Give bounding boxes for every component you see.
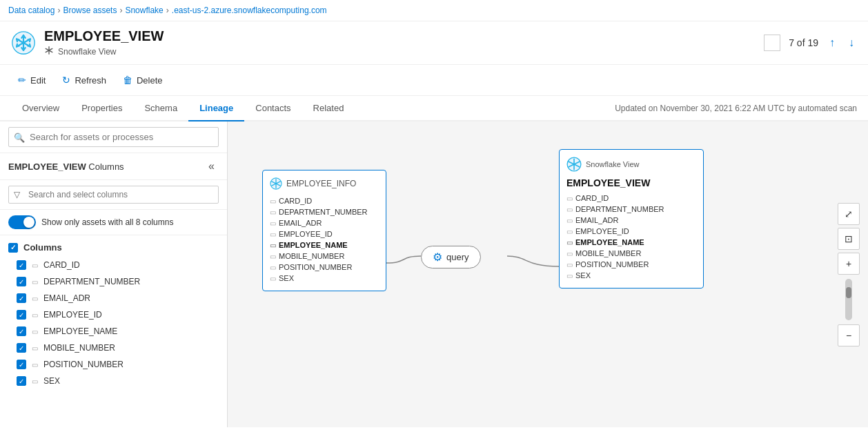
collapse-panel-button[interactable]: «: [204, 159, 219, 174]
field-icon: ▭: [566, 261, 573, 268]
field-icon: ▭: [270, 197, 276, 205]
col-checkbox-0[interactable]: ✓: [17, 260, 26, 270]
target-node-subtitle: Snowflake View: [586, 160, 639, 168]
delete-label: Delete: [137, 75, 163, 86]
tab-overview[interactable]: Overview: [11, 96, 70, 121]
col-name-2: EMAIL_ADR: [43, 293, 90, 303]
field-icon-6: ▭: [32, 361, 38, 369]
breadcrumb-server[interactable]: .east-us-2.azure.snowflakecomputing.com: [172, 6, 327, 15]
field-icon-3: ▭: [32, 311, 38, 319]
col-checkbox-7[interactable]: ✓: [17, 376, 26, 386]
column-row[interactable]: ✓ ▭ DEPARTMENT_NUMBER: [0, 273, 227, 290]
zoom-in-button[interactable]: +: [838, 253, 860, 275]
col-name-7: SEX: [43, 376, 60, 386]
column-row[interactable]: ✓ ▭ MOBILE_NUMBER: [0, 340, 227, 356]
target-field-row: ▭SEX: [566, 270, 696, 281]
page-header: EMPLOYEE_VIEW Snowflake View 7 of 19 ↑ ↓: [0, 21, 868, 65]
columns-entity-name: EMPLOYEE_VIEW: [8, 162, 86, 172]
search-assets-input[interactable]: [8, 127, 219, 147]
field-icon: ▭: [566, 272, 573, 280]
toggle-switch[interactable]: [8, 215, 36, 229]
field-icon: ▭: [566, 195, 573, 202]
zoom-out-button[interactable]: −: [838, 324, 860, 346]
source-field-row: ▭MOBILE_NUMBER: [270, 251, 379, 262]
breadcrumb-browseassets[interactable]: Browse assets: [63, 6, 117, 15]
column-row[interactable]: ✓ ▭ CARD_ID: [0, 257, 227, 273]
col-name-6: POSITION_NUMBER: [43, 360, 124, 369]
col-name-5: MOBILE_NUMBER: [43, 343, 115, 353]
query-label: query: [446, 252, 469, 262]
target-field-row: ▭EMAIL_ADR: [566, 215, 696, 226]
target-node[interactable]: Snowflake View EMPLOYEE_VIEW ▭CARD_ID▭DE…: [559, 149, 704, 289]
toggle-label: Show only assets with all 8 columns: [41, 217, 173, 227]
tab-lineage[interactable]: Lineage: [188, 96, 244, 121]
source-field-row: ▭CARD_ID: [270, 195, 379, 206]
nav-down-button[interactable]: ↓: [846, 34, 857, 52]
column-row[interactable]: ✓ ▭ EMAIL_ADR: [0, 290, 227, 306]
query-node[interactable]: ⚙ query: [421, 246, 481, 268]
title-area: EMPLOYEE_VIEW Snowflake View: [44, 28, 764, 57]
main-content: 🔍 EMPLOYEE_VIEW Columns « ▽: [0, 121, 868, 427]
page-title: EMPLOYEE_VIEW: [44, 28, 764, 44]
col-name-1: DEPARTMENT_NUMBER: [43, 277, 140, 286]
column-row[interactable]: ✓ ▭ EMPLOYEE_NAME: [0, 323, 227, 340]
refresh-button[interactable]: ↻ Refresh: [55, 70, 113, 90]
breadcrumb-datacatalog[interactable]: Data catalog: [8, 6, 55, 15]
tab-schema[interactable]: Schema: [133, 96, 188, 121]
svg-line-13: [17, 44, 17, 47]
fit-button[interactable]: ⊡: [838, 228, 860, 250]
all-columns-label: Columns: [23, 242, 62, 253]
assets-search-area: 🔍: [0, 121, 227, 153]
field-icon: ▭: [270, 275, 276, 282]
tab-contacts[interactable]: Contacts: [244, 96, 302, 121]
col-checkbox-3[interactable]: ✓: [17, 310, 26, 320]
col-checkbox-6[interactable]: ✓: [17, 360, 26, 369]
delete-button[interactable]: 🗑 Delete: [116, 70, 170, 90]
breadcrumb-snowflake[interactable]: Snowflake: [125, 6, 163, 15]
source-node-header: EMPLOYEE_INFO: [270, 177, 379, 190]
all-checkbox[interactable]: ✓: [8, 243, 18, 253]
columns-search-input[interactable]: [8, 186, 219, 204]
columns-search-area: ▽: [0, 180, 227, 210]
field-icon-2: ▭: [32, 295, 38, 302]
column-row[interactable]: ✓ ▭ POSITION_NUMBER: [0, 356, 227, 373]
col-name-4: EMPLOYEE_NAME: [43, 326, 117, 336]
field-icon-0: ▭: [32, 262, 38, 269]
col-checkbox-1[interactable]: ✓: [17, 277, 26, 286]
target-field-row: ▭EMPLOYEE_NAME: [566, 237, 696, 248]
col-checkbox-5[interactable]: ✓: [17, 343, 26, 353]
edit-button[interactable]: ✏ Edit: [11, 70, 52, 90]
column-rows-container: ✓ ▭ CARD_ID ✓ ▭ DEPARTMENT_NUMBER ✓ ▭ EM…: [0, 257, 227, 389]
edit-icon: ✏: [18, 75, 26, 86]
columns-list: ✓ Columns ✓ ▭ CARD_ID ✓ ▭ DEPARTMENT_NUM…: [0, 235, 227, 392]
column-row[interactable]: ✓ ▭ EMPLOYEE_ID: [0, 306, 227, 323]
columns-header: EMPLOYEE_VIEW Columns «: [0, 153, 227, 180]
tab-properties[interactable]: Properties: [70, 96, 133, 121]
expand-button[interactable]: ⤢: [838, 203, 860, 225]
field-icon-7: ▭: [32, 378, 38, 385]
columns-label: Columns: [88, 162, 124, 172]
field-icon: ▭: [270, 253, 276, 260]
breadcrumb: Data catalog › Browse assets › Snowflake…: [0, 0, 868, 21]
column-row[interactable]: ✓ ▭ SEX: [0, 373, 227, 389]
source-field-row: ▭EMPLOYEE_ID: [270, 228, 379, 240]
updated-text: Updated on November 30, 2021 6:22 AM UTC…: [615, 98, 857, 119]
col-checkbox-2[interactable]: ✓: [17, 293, 26, 303]
all-columns-row[interactable]: ✓ Columns: [0, 238, 227, 257]
source-node-fields: ▭CARD_ID▭DEPARTMENT_NUMBER▭EMAIL_ADR▭EMP…: [270, 195, 379, 284]
lineage-canvas[interactable]: EMPLOYEE_INFO ▭CARD_ID▭DEPARTMENT_NUMBER…: [228, 121, 868, 427]
tab-related[interactable]: Related: [302, 96, 355, 121]
app-logo: [11, 30, 36, 55]
nav-up-button[interactable]: ↑: [827, 34, 838, 52]
refresh-icon: ↻: [62, 75, 70, 86]
field-icon: ▭: [270, 208, 276, 216]
svg-line-9: [17, 39, 19, 40]
left-panel: 🔍 EMPLOYEE_VIEW Columns « ▽: [0, 121, 228, 427]
field-icon-4: ▭: [32, 328, 38, 335]
col-checkbox-4[interactable]: ✓: [17, 326, 26, 336]
source-node[interactable]: EMPLOYEE_INFO ▭CARD_ID▭DEPARTMENT_NUMBER…: [262, 170, 386, 291]
field-icon: ▭: [270, 231, 276, 238]
tabs-bar: Overview Properties Schema Lineage Conta…: [0, 96, 868, 121]
source-field-row: ▭POSITION_NUMBER: [270, 262, 379, 273]
target-field-row: ▭EMPLOYEE_ID: [566, 226, 696, 237]
